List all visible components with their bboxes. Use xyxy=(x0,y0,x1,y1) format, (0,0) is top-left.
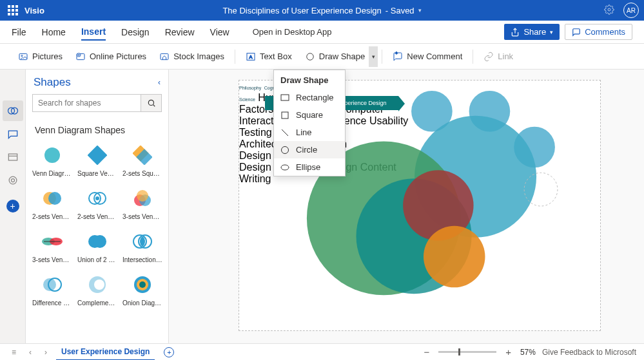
share-button[interactable]: Share ▾ xyxy=(504,24,560,40)
link-icon xyxy=(483,52,494,62)
dropdown-label: Line xyxy=(296,128,312,137)
tab-file[interactable]: File xyxy=(12,24,26,40)
add-sheet-button[interactable]: + xyxy=(164,347,174,357)
shape-item[interactable]: 3-sets Venn … xyxy=(121,184,164,224)
zoom-value: 57% xyxy=(520,348,536,357)
line-icon xyxy=(280,128,289,137)
svg-point-35 xyxy=(137,190,148,202)
draw-shape-label: Draw Shape xyxy=(319,52,366,61)
app-launcher-icon[interactable] xyxy=(8,5,18,15)
svg-point-15 xyxy=(281,165,289,170)
shape-item[interactable]: Union of 2 s… xyxy=(76,227,119,267)
zoom-in-button[interactable]: + xyxy=(503,346,514,357)
shapes-rail: + xyxy=(0,70,26,343)
sheet-nav-next-icon[interactable]: › xyxy=(41,348,51,357)
shape-item[interactable]: 2-sets Venn … xyxy=(76,184,119,224)
sheet-nav-prev-icon[interactable]: ‹ xyxy=(25,348,35,357)
dropdown-item-ellipse[interactable]: Ellipse xyxy=(274,158,345,176)
rail-item-venn[interactable] xyxy=(3,100,23,121)
online-pictures-label: Online Pictures xyxy=(90,52,146,61)
draw-shape-button[interactable]: Draw Shape xyxy=(298,52,369,62)
settings-icon[interactable] xyxy=(604,5,614,17)
zoom-slider[interactable] xyxy=(438,351,496,353)
rail-item-4[interactable] xyxy=(3,170,23,191)
text-box-button[interactable]: A Text Box xyxy=(239,52,298,62)
shape-item[interactable]: 2-sets Venn … xyxy=(31,184,73,224)
feedback-link[interactable]: Give Feedback to Microsoft xyxy=(542,348,636,357)
search-button[interactable] xyxy=(141,95,161,111)
shape-item[interactable]: Venn Diagra… xyxy=(31,140,73,181)
rail-add-button[interactable]: + xyxy=(6,200,19,213)
dropdown-item-line[interactable]: Line xyxy=(274,124,345,141)
dropdown-label: Circle xyxy=(296,145,317,155)
document-title[interactable]: The Disciplines of User Experience Desig… xyxy=(222,6,421,15)
svg-rect-11 xyxy=(281,95,289,100)
svg-point-0 xyxy=(608,8,610,11)
stock-images-button[interactable]: Stock Images xyxy=(153,52,231,62)
shape-item[interactable]: Intersection … xyxy=(121,227,164,267)
text-box-icon: A xyxy=(246,52,256,62)
comments-label: Comments xyxy=(585,27,625,37)
tab-insert[interactable]: Insert xyxy=(81,24,106,41)
collapse-pane-icon[interactable]: ‹ xyxy=(158,78,161,87)
svg-rect-12 xyxy=(282,112,288,118)
command-row: Pictures Online Pictures Stock Images A … xyxy=(0,44,644,70)
canvas[interactable]: The Disciplines of User Experience Desig… xyxy=(169,70,644,343)
document-name: The Disciplines of User Experience Desig… xyxy=(222,6,381,15)
tab-view[interactable]: View xyxy=(210,24,229,40)
svg-line-13 xyxy=(282,129,288,136)
separator xyxy=(235,50,235,64)
chevron-down-icon: ▾ xyxy=(550,29,553,35)
svg-point-14 xyxy=(282,146,289,153)
new-comment-label: New Comment xyxy=(407,52,462,61)
text-box-label: Text Box xyxy=(260,52,292,61)
open-desktop-app[interactable]: Open in Desktop App xyxy=(253,27,332,37)
shape-item[interactable]: Difference o… xyxy=(31,270,73,310)
dropdown-label: Square xyxy=(296,110,323,120)
rail-item-2[interactable] xyxy=(3,124,23,144)
tab-home[interactable]: Home xyxy=(42,24,66,40)
separator xyxy=(473,50,473,64)
draw-shape-dropdown-toggle[interactable]: ▾ xyxy=(369,46,378,67)
online-pictures-button[interactable]: Online Pictures xyxy=(69,52,153,62)
ellipse-icon xyxy=(280,163,289,172)
shape-grid: Venn Diagra… Square Ven… 2-sets Squar… 2… xyxy=(26,140,168,310)
svg-point-32 xyxy=(95,196,99,200)
draw-shape-dropdown: Draw Shape Rectangle Square Line Circle … xyxy=(273,70,346,176)
dropdown-header: Draw Shape xyxy=(274,70,345,89)
new-comment-button[interactable]: + New Comment xyxy=(386,52,469,62)
dropdown-item-square[interactable]: Square xyxy=(274,106,345,124)
online-pictures-icon xyxy=(75,52,86,62)
svg-point-46 xyxy=(94,279,104,290)
share-label: Share xyxy=(523,27,546,37)
svg-point-49 xyxy=(139,281,146,288)
tab-review[interactable]: Review xyxy=(165,24,195,40)
dropdown-item-rectangle[interactable]: Rectangle xyxy=(274,89,345,106)
shape-item[interactable]: 3-sets Venn … xyxy=(31,227,73,267)
svg-rect-6 xyxy=(161,53,168,59)
user-avatar[interactable]: AR xyxy=(623,3,639,18)
dropdown-item-circle[interactable]: Circle xyxy=(274,141,345,158)
search-input[interactable] xyxy=(33,95,141,111)
pictures-button[interactable]: Pictures xyxy=(12,52,69,62)
shape-item[interactable]: Complemen… xyxy=(76,270,119,310)
stock-images-label: Stock Images xyxy=(173,52,224,61)
svg-rect-25 xyxy=(88,146,107,165)
svg-point-40 xyxy=(93,235,106,248)
shape-item[interactable]: Square Ven… xyxy=(76,140,119,181)
svg-point-20 xyxy=(9,176,17,184)
shape-item[interactable]: 2-sets Squar… xyxy=(121,140,164,181)
svg-point-58 xyxy=(424,226,485,288)
svg-text:+: + xyxy=(395,52,398,55)
sheet-nav-first-icon[interactable]: ≡ xyxy=(8,348,20,357)
tab-design[interactable]: Design xyxy=(121,24,150,40)
rail-item-3[interactable] xyxy=(3,147,23,167)
link-button: Link xyxy=(477,52,520,62)
zoom-out-button[interactable]: − xyxy=(421,346,432,357)
sheet-tab[interactable]: User Experience Design xyxy=(56,344,155,361)
shape-item[interactable]: Onion Diagr… xyxy=(121,270,164,310)
comments-button[interactable]: Comments xyxy=(565,24,632,40)
svg-point-29 xyxy=(48,192,61,205)
link-label: Link xyxy=(498,52,513,61)
circle-icon xyxy=(280,146,289,155)
